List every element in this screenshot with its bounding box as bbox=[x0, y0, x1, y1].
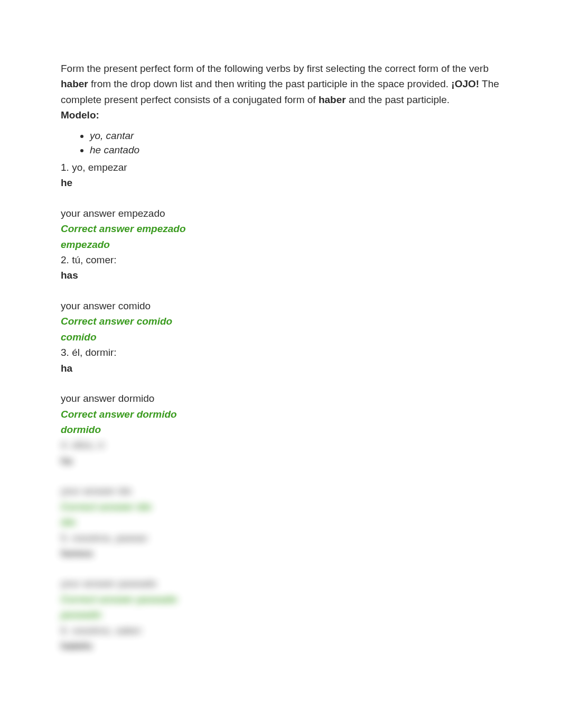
ex5-your-answer: paseado bbox=[118, 578, 157, 589]
ex5-correct-answer: paseado bbox=[137, 594, 177, 605]
ex5-prompt: nosotros, pasear: bbox=[72, 532, 149, 543]
ex4-correct-answer: ido bbox=[137, 501, 152, 512]
instr-verb1: haber bbox=[61, 78, 88, 89]
ex2-correct-answer: comido bbox=[137, 316, 173, 327]
modelo-list: yo, cantar he cantado bbox=[90, 128, 500, 158]
blurred-section: 4. ellos, ir: ha your answer ido Correct… bbox=[61, 437, 500, 653]
ex5-haber: hemos bbox=[61, 546, 500, 561]
ex1-prompt: yo, empezar bbox=[72, 162, 127, 173]
exercise-1: 1. yo, empezar he your answer empezado C… bbox=[61, 160, 500, 252]
ex3-correct-answer: dormido bbox=[137, 409, 177, 420]
ex1-your-label: your answer bbox=[61, 208, 118, 219]
instr-verb2: haber bbox=[319, 94, 346, 105]
ex4-repeat: ido bbox=[61, 514, 500, 530]
instr-part4: and the past participle. bbox=[346, 94, 450, 105]
ex1-your-answer: empezado bbox=[118, 208, 165, 219]
ex5-correct-label: Correct answer bbox=[61, 594, 137, 605]
ex1-repeat: empezado bbox=[61, 237, 500, 252]
ex6-haber: habéis bbox=[61, 638, 500, 653]
ex3-your-label: your answer bbox=[61, 393, 118, 404]
ex2-prompt: tú, comer: bbox=[72, 254, 116, 265]
ex4-correct-label: Correct answer bbox=[61, 501, 137, 512]
ex2-your-answer: comido bbox=[118, 300, 151, 311]
ex5-repeat: paseado bbox=[61, 607, 500, 622]
ex3-correct-label: Correct answer bbox=[61, 409, 137, 420]
ex4-num: 4. bbox=[61, 439, 72, 450]
ex3-num: 3. bbox=[61, 347, 72, 358]
instr-ojo: ¡OJO! bbox=[451, 78, 479, 89]
instructions: Form the present perfect form of the fol… bbox=[61, 61, 500, 107]
ex4-haber: ha bbox=[61, 453, 500, 468]
exercise-2: 2. tú, comer: has your answer comido Cor… bbox=[61, 252, 500, 345]
ex6-prompt: vosotros, saber: bbox=[72, 625, 143, 636]
instr-part2: from the drop down list and then writing… bbox=[88, 78, 452, 89]
ex4-your-answer: ido bbox=[118, 485, 132, 496]
ex2-your-label: your answer bbox=[61, 300, 118, 311]
ex2-num: 2. bbox=[61, 254, 72, 265]
ex2-haber: has bbox=[61, 268, 500, 283]
ex3-haber: ha bbox=[61, 361, 500, 376]
ex1-correct-label: Correct answer bbox=[61, 223, 137, 234]
ex3-prompt: él, dormir: bbox=[72, 347, 116, 358]
ex4-prompt: ellos, ir: bbox=[72, 439, 106, 450]
ex6-num: 6. bbox=[61, 625, 72, 636]
ex4-your-label: your answer bbox=[61, 485, 118, 496]
ex2-repeat: comido bbox=[61, 329, 500, 345]
ex1-haber: he bbox=[61, 175, 500, 190]
ex5-your-label: your answer bbox=[61, 578, 118, 589]
ex1-num: 1. bbox=[61, 162, 72, 173]
exercise-3: 3. él, dormir: ha your answer dormido Co… bbox=[61, 345, 500, 437]
instr-part1: Form the present perfect form of the fol… bbox=[61, 63, 489, 74]
ex2-correct-label: Correct answer bbox=[61, 316, 137, 327]
ex1-correct-answer: empezado bbox=[137, 223, 186, 234]
exercise-5: 5. nosotros, pasear: hemos your answer p… bbox=[61, 530, 500, 623]
modelo-answer: he cantado bbox=[90, 143, 500, 158]
ex5-num: 5. bbox=[61, 532, 72, 543]
modelo-prompt: yo, cantar bbox=[90, 128, 500, 143]
exercise-6: 6. vosotros, saber: habéis bbox=[61, 623, 500, 654]
exercise-4: 4. ellos, ir: ha your answer ido Correct… bbox=[61, 437, 500, 530]
ex3-repeat: dormido bbox=[61, 422, 500, 437]
ex3-your-answer: dormido bbox=[118, 393, 155, 404]
modelo-label: Modelo: bbox=[61, 107, 500, 123]
